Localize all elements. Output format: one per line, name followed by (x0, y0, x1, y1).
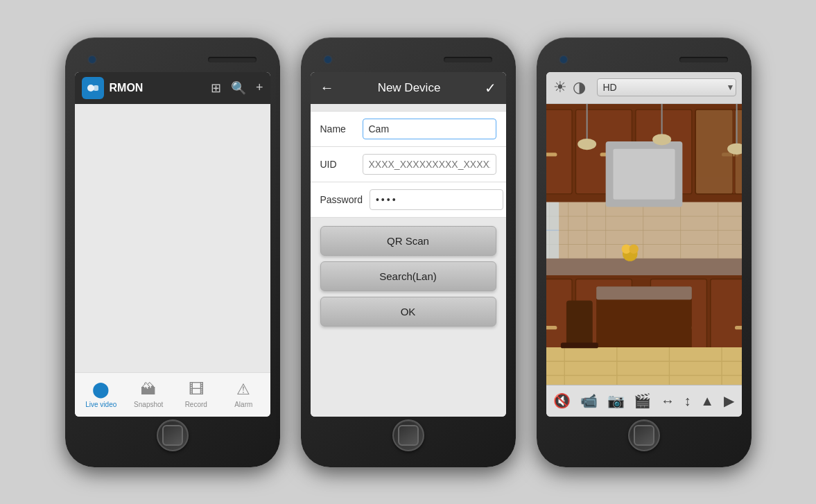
nav-record[interactable]: 🎞 Record (173, 381, 220, 408)
search-icon[interactable]: 🔍 (231, 80, 246, 96)
nav-live-video[interactable]: ⬤ Live video (78, 381, 125, 408)
phones-container: RMON ⊞ 🔍 + ⬤ Live video 🏔 Snapshot (65, 37, 752, 467)
add-icon[interactable]: + (256, 80, 263, 95)
form-body: Name UID Password QR Scan Search(Lan) (311, 104, 506, 417)
form-header: ← New Device ✓ (311, 72, 506, 104)
phone-3-top-bar (546, 50, 742, 69)
snapshot-label: Snapshot (134, 401, 163, 408)
nav-snapshot[interactable]: 🏔 Snapshot (125, 381, 173, 408)
phone-2-speaker (444, 57, 492, 62)
home-button-inner-1 (162, 425, 183, 446)
phone-2: ← New Device ✓ Name UID Password (301, 37, 516, 467)
record-icon: 🎞 (189, 381, 204, 399)
flip-icon[interactable]: ▲ (697, 392, 717, 410)
phone-3-screen: ☀ ◑ HD SD LD ▼ (546, 72, 742, 417)
phone-1-screen: RMON ⊞ 🔍 + ⬤ Live video 🏔 Snapshot (75, 72, 270, 417)
app-content (75, 104, 270, 372)
cam-header: ☀ ◑ HD SD LD ▼ (546, 72, 742, 104)
svg-point-55 (652, 134, 671, 145)
record-label: Record (185, 401, 207, 408)
grid-icon[interactable]: ⊞ (211, 80, 221, 96)
svg-rect-43 (546, 347, 742, 385)
confirm-button[interactable]: ✓ (485, 80, 496, 96)
svg-rect-42 (596, 286, 692, 299)
uid-row: UID (311, 147, 506, 182)
phone-1-cam (89, 56, 96, 63)
alarm-label: Alarm (234, 401, 252, 408)
bottom-nav: ⬤ Live video 🏔 Snapshot 🎞 Record ⚠ Alarm (75, 372, 270, 417)
back-button[interactable]: ← (320, 80, 334, 96)
app-icons: ⊞ 🔍 + (211, 80, 263, 96)
play-icon[interactable]: ▶ (721, 391, 737, 410)
phone-2-top-bar (311, 50, 506, 69)
live-video-label: Live video (85, 401, 116, 408)
svg-rect-37 (546, 325, 557, 329)
uid-label: UID (320, 159, 356, 170)
phone-2-screen: ← New Device ✓ Name UID Password (311, 72, 506, 417)
phone-1-top-bar (75, 50, 270, 69)
pan-icon[interactable]: ↔ (658, 392, 677, 410)
svg-rect-14 (695, 110, 733, 194)
video-btn-icon[interactable]: 🎬 (631, 391, 654, 410)
svg-rect-50 (566, 300, 592, 347)
app-title: RMON (110, 82, 205, 94)
record-btn-icon[interactable]: 📹 (578, 391, 600, 410)
ok-button[interactable]: OK (320, 297, 496, 327)
phone-3-bottom (546, 417, 742, 455)
tilt-icon[interactable]: ↕ (682, 392, 694, 410)
svg-rect-1 (94, 85, 98, 91)
search-lan-button[interactable]: Search(Lan) (320, 261, 496, 291)
alarm-icon: ⚠ (236, 381, 250, 399)
svg-rect-31 (546, 258, 742, 275)
uid-input[interactable] (363, 154, 496, 175)
contrast-icon[interactable]: ◑ (573, 78, 586, 96)
phone-3: ☀ ◑ HD SD LD ▼ (537, 37, 752, 467)
name-row: Name (311, 111, 506, 147)
snapshot-btn-icon[interactable]: 📷 (605, 391, 627, 410)
password-label: Password (320, 194, 363, 205)
svg-rect-51 (560, 342, 598, 348)
snapshot-icon: 🏔 (141, 381, 156, 399)
password-input[interactable] (370, 189, 503, 210)
phone-2-cam (324, 56, 331, 63)
home-button-1[interactable] (157, 419, 189, 451)
home-button-inner-2 (398, 425, 419, 446)
app-header: RMON ⊞ 🔍 + (75, 72, 270, 104)
svg-rect-30 (613, 148, 675, 199)
svg-point-63 (629, 244, 639, 254)
cam-feed (546, 104, 742, 385)
svg-point-0 (87, 85, 94, 92)
phone-3-cam (560, 56, 567, 63)
phone-1-speaker (208, 57, 257, 62)
nav-alarm[interactable]: ⚠ Alarm (220, 381, 268, 408)
home-button-inner-3 (634, 425, 654, 446)
phone-1: RMON ⊞ 🔍 + ⬤ Live video 🏔 Snapshot (65, 37, 280, 467)
phone-2-bottom (311, 417, 506, 455)
form-buttons: QR Scan Search(Lan) OK (311, 218, 506, 335)
phone-3-speaker (679, 57, 728, 62)
camera-feed-svg (546, 104, 742, 385)
qr-scan-button[interactable]: QR Scan (320, 226, 496, 256)
name-input[interactable] (363, 119, 496, 139)
phone-1-bottom (75, 417, 270, 455)
password-row: Password (311, 182, 506, 218)
cam-controls: 🔇 📹 📷 🎬 ↔ ↕ ▲ ▶ (546, 385, 742, 417)
app-logo (82, 77, 104, 99)
mute-icon[interactable]: 🔇 (550, 391, 573, 410)
svg-rect-5 (546, 110, 572, 194)
home-button-2[interactable] (392, 419, 424, 451)
svg-rect-40 (734, 325, 741, 329)
svg-rect-9 (546, 153, 557, 156)
brightness-icon[interactable]: ☀ (553, 78, 567, 96)
svg-point-53 (578, 138, 596, 149)
form-title: New Device (334, 81, 485, 95)
quality-select[interactable]: HD SD LD (597, 78, 736, 96)
name-label: Name (320, 123, 356, 134)
home-button-3[interactable] (628, 419, 660, 451)
live-video-icon: ⬤ (92, 381, 110, 399)
